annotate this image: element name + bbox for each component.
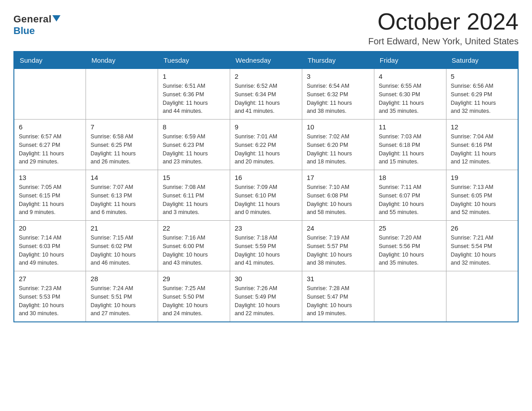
day-number: 21 [90,224,153,232]
day-number: 4 [379,73,442,80]
day-info: Sunrise: 7:04 AM Sunset: 6:16 PM Dayligh… [451,133,513,166]
calendar-cell [374,271,446,322]
calendar-header-row: SundayMondayTuesdayWednesdayThursdayFrid… [14,51,518,69]
location-title: Fort Edward, New York, United States [368,36,519,47]
week-row-2: 6Sunrise: 6:57 AM Sunset: 6:27 PM Daylig… [14,120,518,170]
day-info: Sunrise: 7:21 AM Sunset: 5:54 PM Dayligh… [451,234,513,267]
header-monday: Monday [86,51,158,69]
day-info: Sunrise: 7:14 AM Sunset: 6:03 PM Dayligh… [19,234,81,267]
calendar-cell [14,69,86,120]
calendar-cell: 4Sunrise: 6:55 AM Sunset: 6:30 PM Daylig… [374,69,446,120]
logo-blue-text: Blue [13,25,35,37]
calendar-cell: 3Sunrise: 6:54 AM Sunset: 6:32 PM Daylig… [302,69,374,120]
day-number: 20 [19,224,81,232]
day-number: 24 [307,224,369,232]
day-number: 13 [19,174,81,181]
day-info: Sunrise: 6:55 AM Sunset: 6:30 PM Dayligh… [379,82,442,116]
day-number: 2 [235,73,297,80]
calendar-cell: 16Sunrise: 7:09 AM Sunset: 6:10 PM Dayli… [230,170,302,221]
day-number: 7 [90,123,153,131]
day-info: Sunrise: 7:03 AM Sunset: 6:18 PM Dayligh… [379,133,442,166]
day-number: 8 [163,123,225,131]
day-number: 26 [451,224,513,232]
calendar-cell: 7Sunrise: 6:58 AM Sunset: 6:25 PM Daylig… [86,120,158,170]
calendar-cell: 30Sunrise: 7:26 AM Sunset: 5:49 PM Dayli… [230,271,302,322]
day-number: 14 [90,174,153,181]
day-info: Sunrise: 7:05 AM Sunset: 6:15 PM Dayligh… [19,183,81,217]
calendar-cell: 17Sunrise: 7:10 AM Sunset: 6:08 PM Dayli… [302,170,374,221]
day-info: Sunrise: 6:56 AM Sunset: 6:29 PM Dayligh… [451,82,513,116]
calendar-cell: 13Sunrise: 7:05 AM Sunset: 6:15 PM Dayli… [14,170,86,221]
calendar-cell [86,69,158,120]
day-info: Sunrise: 6:58 AM Sunset: 6:25 PM Dayligh… [90,133,153,166]
calendar-cell: 11Sunrise: 7:03 AM Sunset: 6:18 PM Dayli… [374,120,446,170]
logo-arrow-icon [52,15,60,21]
week-row-3: 13Sunrise: 7:05 AM Sunset: 6:15 PM Dayli… [14,170,518,221]
calendar-cell: 26Sunrise: 7:21 AM Sunset: 5:54 PM Dayli… [446,221,518,271]
day-number: 16 [235,174,297,181]
day-number: 17 [307,174,369,181]
calendar-cell: 19Sunrise: 7:13 AM Sunset: 6:05 PM Dayli… [446,170,518,221]
day-info: Sunrise: 7:20 AM Sunset: 5:56 PM Dayligh… [379,234,442,267]
calendar-cell: 2Sunrise: 6:52 AM Sunset: 6:34 PM Daylig… [230,69,302,120]
day-info: Sunrise: 7:24 AM Sunset: 5:51 PM Dayligh… [90,284,153,318]
day-info: Sunrise: 7:19 AM Sunset: 5:57 PM Dayligh… [307,234,369,267]
calendar-cell: 5Sunrise: 6:56 AM Sunset: 6:29 PM Daylig… [446,69,518,120]
day-info: Sunrise: 6:52 AM Sunset: 6:34 PM Dayligh… [235,82,297,116]
header-saturday: Saturday [446,51,518,69]
day-number: 27 [19,275,81,283]
calendar-cell: 31Sunrise: 7:28 AM Sunset: 5:47 PM Dayli… [302,271,374,322]
calendar-cell: 18Sunrise: 7:11 AM Sunset: 6:07 PM Dayli… [374,170,446,221]
day-info: Sunrise: 6:54 AM Sunset: 6:32 PM Dayligh… [307,82,369,116]
calendar-cell: 25Sunrise: 7:20 AM Sunset: 5:56 PM Dayli… [374,221,446,271]
month-title: October 2024 [368,9,519,34]
day-number: 11 [379,123,442,131]
header: General Blue October 2024 Fort Edward, N… [13,9,519,47]
week-row-4: 20Sunrise: 7:14 AM Sunset: 6:03 PM Dayli… [14,221,518,271]
day-number: 18 [379,174,442,181]
calendar-cell: 12Sunrise: 7:04 AM Sunset: 6:16 PM Dayli… [446,120,518,170]
header-sunday: Sunday [14,51,86,69]
calendar-cell: 10Sunrise: 7:02 AM Sunset: 6:20 PM Dayli… [302,120,374,170]
calendar-cell: 27Sunrise: 7:23 AM Sunset: 5:53 PM Dayli… [14,271,86,322]
week-row-1: 1Sunrise: 6:51 AM Sunset: 6:36 PM Daylig… [14,69,518,120]
header-tuesday: Tuesday [158,51,230,69]
day-info: Sunrise: 7:01 AM Sunset: 6:22 PM Dayligh… [235,133,297,166]
day-info: Sunrise: 7:08 AM Sunset: 6:11 PM Dayligh… [163,183,225,217]
day-info: Sunrise: 7:16 AM Sunset: 6:00 PM Dayligh… [163,234,225,267]
day-info: Sunrise: 7:10 AM Sunset: 6:08 PM Dayligh… [307,183,369,217]
calendar-cell: 1Sunrise: 6:51 AM Sunset: 6:36 PM Daylig… [158,69,230,120]
week-row-5: 27Sunrise: 7:23 AM Sunset: 5:53 PM Dayli… [14,271,518,322]
day-number: 10 [307,123,369,131]
day-number: 12 [451,123,513,131]
logo-general-text: General [13,13,51,25]
day-number: 6 [19,123,81,131]
header-thursday: Thursday [302,51,374,69]
calendar-cell: 29Sunrise: 7:25 AM Sunset: 5:50 PM Dayli… [158,271,230,322]
day-number: 3 [307,73,369,80]
title-area: October 2024 Fort Edward, New York, Unit… [368,9,519,47]
day-info: Sunrise: 7:02 AM Sunset: 6:20 PM Dayligh… [307,133,369,166]
day-info: Sunrise: 7:15 AM Sunset: 6:02 PM Dayligh… [90,234,153,267]
day-number: 23 [235,224,297,232]
calendar-cell: 14Sunrise: 7:07 AM Sunset: 6:13 PM Dayli… [86,170,158,221]
day-number: 22 [163,224,225,232]
day-number: 19 [451,174,513,181]
logo: General Blue [13,9,60,37]
day-number: 28 [90,275,153,283]
calendar-cell: 24Sunrise: 7:19 AM Sunset: 5:57 PM Dayli… [302,221,374,271]
header-wednesday: Wednesday [230,51,302,69]
day-info: Sunrise: 6:51 AM Sunset: 6:36 PM Dayligh… [163,82,225,116]
day-info: Sunrise: 7:11 AM Sunset: 6:07 PM Dayligh… [379,183,442,217]
calendar-cell: 21Sunrise: 7:15 AM Sunset: 6:02 PM Dayli… [86,221,158,271]
day-number: 1 [163,73,225,80]
day-info: Sunrise: 7:18 AM Sunset: 5:59 PM Dayligh… [235,234,297,267]
day-info: Sunrise: 6:57 AM Sunset: 6:27 PM Dayligh… [19,133,81,166]
day-number: 30 [235,275,297,283]
day-info: Sunrise: 7:09 AM Sunset: 6:10 PM Dayligh… [235,183,297,217]
day-number: 5 [451,73,513,80]
day-info: Sunrise: 7:07 AM Sunset: 6:13 PM Dayligh… [90,183,153,217]
calendar-cell: 8Sunrise: 6:59 AM Sunset: 6:23 PM Daylig… [158,120,230,170]
calendar-cell: 15Sunrise: 7:08 AM Sunset: 6:11 PM Dayli… [158,170,230,221]
day-info: Sunrise: 7:23 AM Sunset: 5:53 PM Dayligh… [19,284,81,318]
